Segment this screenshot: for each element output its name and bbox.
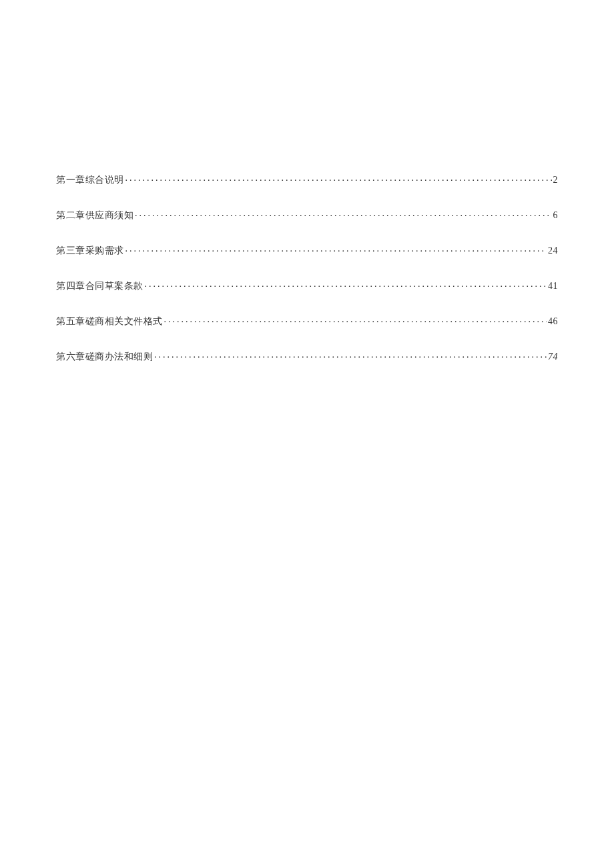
toc-page-number: 2 — [553, 175, 559, 185]
toc-page-number: 6 — [553, 210, 559, 221]
toc-entry: 第五章磋商相关文件格式 46 — [56, 315, 558, 328]
table-of-contents: 第一章综合说明 2 第二章供应商须知 6 第三章采购需求 24 第四章合同草案条… — [56, 173, 558, 363]
toc-leader-dots — [145, 280, 547, 289]
toc-title: 第六章磋商办法和细则 — [56, 351, 153, 363]
toc-entry: 第三章采购需求 24 — [56, 244, 558, 257]
toc-entry: 第一章综合说明 2 — [56, 173, 558, 186]
toc-title: 第五章磋商相关文件格式 — [56, 316, 163, 328]
toc-entry: 第六章磋商办法和细则 74 — [56, 350, 558, 363]
toc-leader-dots — [154, 350, 547, 360]
toc-page-number: 46 — [548, 316, 558, 327]
toc-page-number: 74 — [548, 352, 558, 362]
toc-title: 第四章合同草案条款 — [56, 280, 143, 292]
toc-title: 第一章综合说明 — [56, 174, 124, 186]
toc-entry: 第二章供应商须知 6 — [56, 209, 558, 222]
toc-leader-dots — [125, 173, 552, 183]
toc-entry: 第四章合同草案条款 41 — [56, 280, 558, 292]
toc-title: 第二章供应商须知 — [56, 209, 133, 222]
toc-leader-dots — [164, 315, 547, 324]
toc-leader-dots — [135, 209, 552, 218]
toc-page-number: 41 — [548, 281, 558, 292]
toc-title: 第三章采购需求 — [56, 245, 124, 257]
toc-leader-dots — [125, 244, 547, 254]
toc-page-number: 24 — [548, 246, 558, 256]
